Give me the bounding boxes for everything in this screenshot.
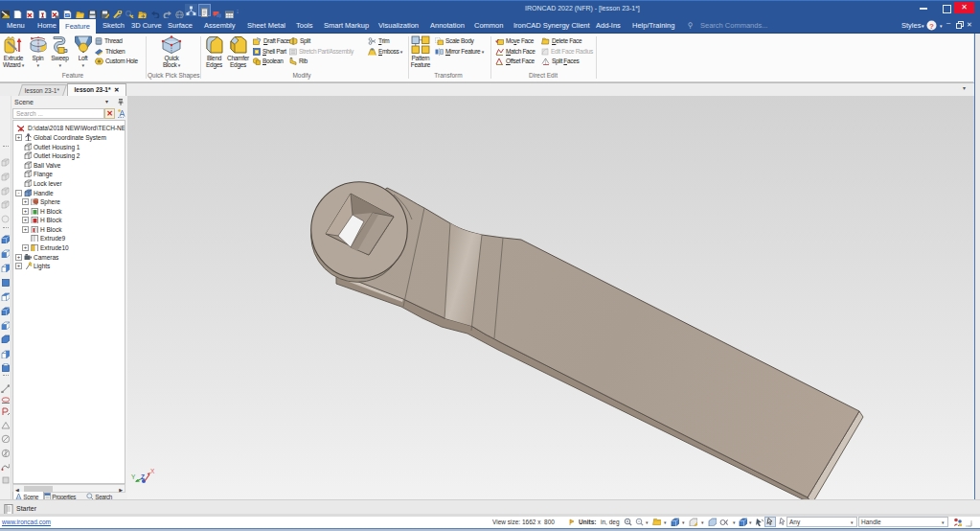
svg-text:X: X [150,468,155,474]
svg-text:?: ? [929,22,934,31]
svg-text:Y: Y [131,473,136,480]
svg-text:Z: Z [141,473,145,480]
